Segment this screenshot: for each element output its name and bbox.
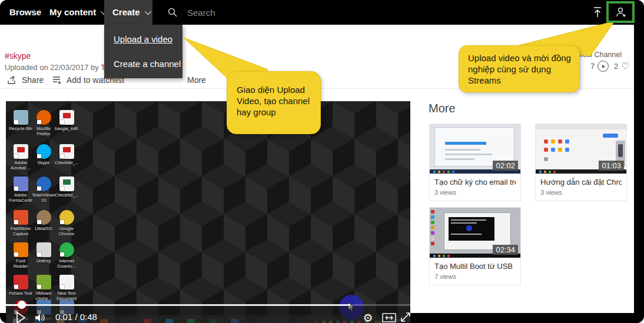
related-video-title[interactable]: Hướng dẫn cài đặt Chrom... bbox=[540, 178, 622, 187]
time-display: 0:01 / 0:48 bbox=[55, 312, 97, 322]
duration-badge: 01:03 bbox=[599, 161, 624, 171]
theater-mode-button[interactable] bbox=[381, 312, 397, 323]
create-menu: Upload a video Create a channel bbox=[104, 25, 182, 78]
related-video-title[interactable]: Tạo Multil Boot từ USB bbox=[434, 262, 516, 271]
fullscreen-button[interactable] bbox=[399, 311, 410, 323]
related-video-views: 3 views bbox=[540, 189, 622, 196]
gear-icon: ⚙ bbox=[363, 312, 373, 323]
desktop-icon: Google Chrome bbox=[55, 210, 78, 237]
likes-count[interactable]: 2 ♡ bbox=[614, 61, 630, 72]
desktop-icon: New Text Document bbox=[55, 275, 78, 301]
play-icon bbox=[15, 311, 26, 323]
desktop-icon: Recycle Bin bbox=[9, 110, 32, 132]
desktop-icon: Fshare Tool bbox=[9, 275, 32, 297]
menu-item-upload-a-video[interactable]: Upload a video bbox=[114, 34, 172, 44]
video-thumbnail: 02:34 bbox=[430, 208, 520, 258]
desktop-icon: FastStone Capture bbox=[9, 210, 32, 237]
menu-item-create-a-channel[interactable]: Create a channel bbox=[114, 59, 181, 69]
screenshot-frame: #skype Uploaded on 22/03/2017 by Ta Va S… bbox=[0, 0, 644, 323]
search-icon bbox=[167, 7, 178, 18]
desktop-icon: baogia_soft... bbox=[55, 110, 78, 132]
views-play-icon bbox=[597, 61, 609, 72]
seek-bar[interactable] bbox=[6, 304, 410, 306]
callout-invite: Upload video và mời đồng nghiệp cùng sử … bbox=[459, 45, 580, 92]
nav-my-content[interactable]: My content bbox=[49, 0, 105, 25]
related-video-views: 7 views bbox=[434, 273, 516, 280]
heart-icon: ♡ bbox=[621, 61, 629, 72]
callout-create-menu: Giao diện Upload Video, tạo channel hay … bbox=[227, 71, 321, 134]
video-thumbnail: 02:02 bbox=[430, 124, 520, 174]
desktop-icon: Adobe Acrobat ... bbox=[9, 144, 32, 171]
views-count: 7 bbox=[590, 61, 609, 72]
more-actions-button[interactable]: More bbox=[187, 75, 206, 85]
related-video-card[interactable]: 02:34 Tạo Multil Boot từ USB 7 views bbox=[429, 207, 521, 285]
related-video-card[interactable]: 02:02 Tạo chữ ký cho email trên ... 3 vi… bbox=[429, 124, 521, 201]
desktop-icon: TeamViewer 10 bbox=[32, 177, 55, 203]
play-button[interactable] bbox=[13, 310, 28, 323]
search-input[interactable] bbox=[186, 7, 330, 18]
top-nav: Browse My content Create bbox=[0, 0, 644, 25]
video-player[interactable]: Recycle BinMozilla Firefoxbaogia_soft...… bbox=[6, 101, 410, 323]
video-thumbnail: 01:03 bbox=[536, 124, 626, 174]
desktop-icon: Checklist_... bbox=[55, 144, 78, 166]
share-button[interactable]: Share bbox=[7, 75, 44, 85]
desktop-icon: UniKey bbox=[32, 242, 55, 264]
duration-badge: 02:02 bbox=[493, 161, 518, 171]
theater-icon bbox=[382, 313, 396, 322]
upload-button[interactable] bbox=[589, 4, 606, 21]
related-video-card[interactable]: 01:03 Hướng dẫn cài đặt Chrom... 3 views bbox=[535, 124, 627, 201]
nav-create[interactable]: Create bbox=[104, 0, 152, 25]
highlight-box bbox=[606, 1, 635, 23]
chevron-down-icon bbox=[144, 8, 151, 15]
related-video-views: 3 views bbox=[434, 189, 516, 196]
desktop-icon: VMware vSphe... bbox=[32, 275, 55, 301]
related-video-title[interactable]: Tạo chữ ký cho email trên ... bbox=[434, 178, 516, 187]
player-controls: 0:01 / 0:48 ⚙ bbox=[6, 305, 410, 323]
nav-browse[interactable]: Browse bbox=[9, 0, 41, 25]
fullscreen-icon bbox=[400, 311, 410, 323]
desktop-icon: Checklist_... bbox=[55, 177, 78, 198]
desktop-icon: Adobe FormsCentral bbox=[9, 177, 32, 203]
search-area bbox=[167, 0, 330, 25]
settings-button[interactable]: ⚙ bbox=[361, 311, 375, 323]
watchlist-icon bbox=[52, 75, 62, 85]
volume-button[interactable] bbox=[33, 311, 47, 323]
share-icon bbox=[7, 75, 18, 85]
video-title: #skype bbox=[5, 51, 31, 61]
desktop-icon: UltraISO bbox=[32, 210, 55, 232]
more-section-heading: More bbox=[429, 102, 456, 115]
desktop-icon: Mozilla Firefox bbox=[32, 110, 55, 136]
upload-icon bbox=[592, 6, 603, 18]
desktop-icon: Foxit Reader bbox=[9, 242, 32, 269]
desktop-icon: Skype bbox=[32, 144, 55, 166]
volume-icon bbox=[34, 312, 46, 323]
desktop-icon: Internet Downlo... bbox=[55, 242, 78, 269]
duration-badge: 02:34 bbox=[493, 245, 518, 255]
